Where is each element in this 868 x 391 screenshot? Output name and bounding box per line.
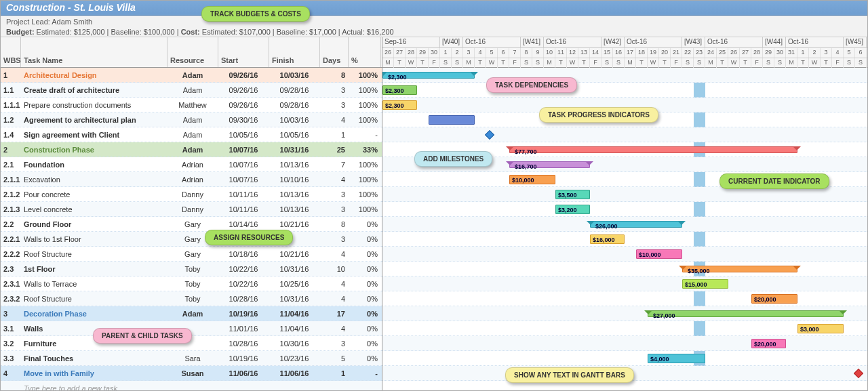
finish-cell[interactable]: 10/25/16 [269, 279, 320, 289]
finish-cell[interactable]: 10/31/16 [269, 293, 320, 304]
resource-cell[interactable]: Danny [167, 204, 218, 215]
table-row[interactable]: 1Architectural DesignAdam09/26/1610/03/1… [1, 68, 382, 83]
finish-cell[interactable]: 10/21/16 [269, 249, 320, 260]
summary-bar[interactable]: $16,700 [509, 161, 590, 168]
col-resource[interactable]: Resource [167, 37, 218, 67]
resource-cell[interactable]: Susan [167, 368, 218, 379]
resource-cell[interactable]: Gary [167, 249, 218, 260]
table-row[interactable]: 2Construction PhaseAdam10/07/1610/31/162… [1, 142, 382, 157]
finish-cell[interactable]: 10/30/16 [269, 338, 320, 349]
task-bar[interactable]: $3,500 [555, 190, 590, 199]
task-bar[interactable]: $4,000 [648, 354, 705, 363]
name-cell[interactable]: Ground Floor [21, 219, 167, 230]
milestone-diamond[interactable] [485, 130, 494, 140]
finish-cell[interactable]: 10/13/16 [269, 189, 320, 200]
table-row[interactable]: 1.2Agreement to architectural planAdam09… [1, 112, 382, 127]
task-bar[interactable]: $20,000 [751, 339, 786, 348]
finish-cell[interactable]: 10/10/16 [269, 174, 320, 185]
task-bar[interactable]: $10,000 [636, 249, 682, 259]
name-cell[interactable]: Excavation [21, 174, 167, 185]
table-row[interactable]: 1.1.1Prepare construction documentsMatth… [1, 98, 382, 112]
name-cell[interactable]: 1st Floor [21, 264, 167, 274]
start-cell[interactable]: 09/26/16 [218, 70, 269, 81]
table-row[interactable]: 1.4Sign agreement with ClientAdam10/05/1… [1, 127, 382, 142]
resource-cell[interactable]: Matthew [167, 100, 218, 110]
task-bar[interactable]: $3,000 [797, 324, 844, 333]
finish-cell[interactable]: 10/05/16 [269, 129, 320, 140]
name-cell[interactable]: Decoration Phase [21, 308, 167, 319]
resource-cell[interactable]: Adam [167, 308, 218, 319]
summary-bar[interactable]: $2,300 [382, 72, 475, 79]
task-bar[interactable]: $16,000 [590, 234, 625, 244]
resource-cell[interactable]: Toby [167, 293, 218, 304]
resource-cell[interactable]: Adam [167, 70, 218, 81]
col-days[interactable]: Days [320, 37, 349, 67]
start-cell[interactable]: 10/05/16 [218, 129, 269, 140]
start-cell[interactable]: 10/19/16 [218, 353, 269, 364]
name-cell[interactable]: Agreement to architectural plan [21, 115, 167, 125]
table-row[interactable]: 2.3.1Walls to TerraceToby10/22/1610/25/1… [1, 276, 382, 291]
name-cell[interactable]: Prepare construction documents [21, 100, 167, 110]
start-cell[interactable]: 10/19/16 [218, 308, 269, 319]
table-row[interactable]: 1.1Create draft of architectureAdam09/26… [1, 83, 382, 98]
start-cell[interactable]: 11/06/16 [218, 368, 269, 379]
new-task-input[interactable]: Type here to add a new task [21, 383, 167, 391]
finish-cell[interactable]: 10/21/16 [269, 219, 320, 230]
name-cell[interactable]: Roof Structure [21, 249, 167, 260]
gantt-chart[interactable]: Sep-16[W40]Oct-16[W41]Oct-16[W42]Oct-16[… [382, 37, 867, 390]
resource-cell[interactable]: Adrian [167, 159, 218, 170]
table-row[interactable]: 3Decoration PhaseAdam10/19/1611/04/16170… [1, 306, 382, 321]
col-wbs[interactable]: WBS [1, 37, 21, 67]
name-cell[interactable]: Final Touches [21, 353, 167, 364]
start-cell[interactable]: 09/26/16 [218, 100, 269, 110]
finish-cell[interactable]: 11/06/16 [269, 368, 320, 379]
start-cell[interactable]: 10/22/16 [218, 264, 269, 274]
summary-bar[interactable]: $27,000 [648, 310, 844, 317]
start-cell[interactable]: 10/07/16 [218, 174, 269, 185]
task-bar[interactable]: $15,000 [682, 279, 728, 289]
start-cell[interactable]: 10/18/16 [218, 249, 269, 260]
finish-cell[interactable]: 10/23/16 [269, 353, 320, 364]
col-finish[interactable]: Finish [269, 37, 320, 67]
start-cell[interactable]: 09/26/16 [218, 85, 269, 96]
summary-bar[interactable]: $77,700 [509, 146, 797, 153]
table-row[interactable]: 3.3Final TouchesSara10/19/1610/23/1650% [1, 351, 382, 366]
name-cell[interactable]: Pour concrete [21, 189, 167, 200]
finish-cell[interactable]: 10/13/16 [269, 204, 320, 215]
resource-cell[interactable]: Adrian [167, 174, 218, 185]
task-bar[interactable]: $2,300 [382, 100, 417, 110]
finish-cell[interactable]: 10/13/16 [269, 159, 320, 170]
table-row[interactable]: 2.1FoundationAdrian10/07/1610/13/167100% [1, 157, 382, 172]
name-cell[interactable]: Walls to 1st Floor [21, 234, 167, 245]
start-cell[interactable]: 10/11/16 [218, 204, 269, 215]
col-task-name[interactable]: Task Name [21, 37, 167, 67]
start-cell[interactable]: 10/28/16 [218, 293, 269, 304]
name-cell[interactable]: Move in with Family [21, 368, 167, 379]
resource-cell[interactable]: Gary [167, 219, 218, 230]
table-row[interactable]: 2.1.1ExcavationAdrian10/07/1610/10/16410… [1, 172, 382, 187]
start-cell[interactable]: 10/07/16 [218, 159, 269, 170]
name-cell[interactable]: Level concrete [21, 204, 167, 215]
table-row[interactable]: 2.3.2Roof StructureToby10/28/1610/31/164… [1, 291, 382, 306]
resource-cell[interactable]: Toby [167, 279, 218, 289]
table-row[interactable]: 2.2.1Walls to 1st FloorGary30% [1, 232, 382, 247]
finish-cell[interactable]: 09/28/16 [269, 100, 320, 110]
start-cell[interactable]: 09/30/16 [218, 115, 269, 125]
summary-bar[interactable]: $35,000 [682, 266, 797, 272]
resource-cell[interactable]: Adam [167, 144, 218, 155]
finish-cell[interactable]: 10/31/16 [269, 264, 320, 274]
start-cell[interactable]: 11/01/16 [218, 323, 269, 334]
finish-cell[interactable]: 10/31/16 [269, 144, 320, 155]
start-cell[interactable]: 10/07/16 [218, 144, 269, 155]
finish-cell[interactable]: 11/04/16 [269, 323, 320, 334]
table-row[interactable]: 2.2.2Roof StructureGary10/18/1610/21/164… [1, 247, 382, 262]
name-cell[interactable]: Architectural Design [21, 70, 167, 81]
task-bar[interactable]: $20,000 [751, 294, 797, 304]
summary-bar[interactable]: $26,000 [590, 221, 682, 228]
start-cell[interactable]: 10/22/16 [218, 279, 269, 289]
task-bar[interactable]: $3,200 [555, 205, 590, 214]
name-cell[interactable]: Roof Structure [21, 293, 167, 304]
resource-cell[interactable]: Toby [167, 264, 218, 274]
finish-cell[interactable]: 11/04/16 [269, 308, 320, 319]
name-cell[interactable]: Construction Phase [21, 144, 167, 155]
